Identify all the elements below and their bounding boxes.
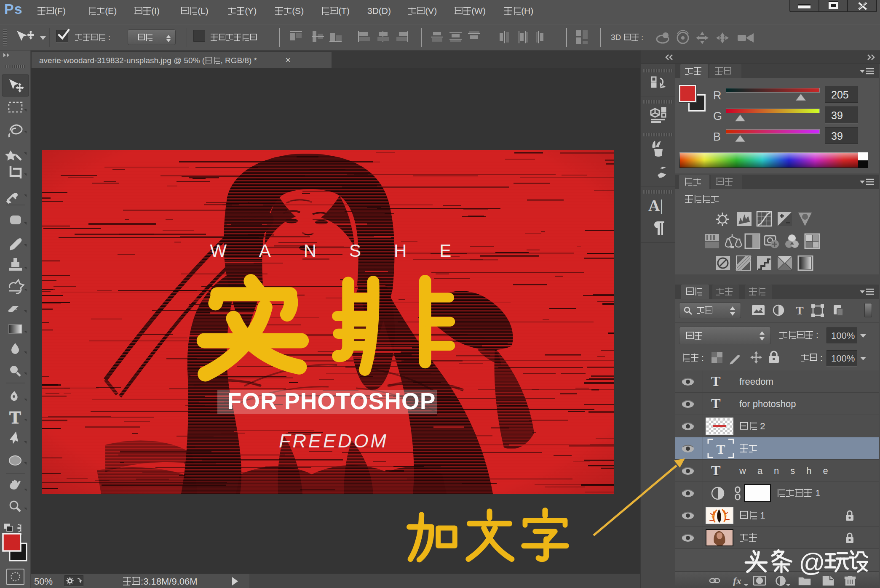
svg-text:FREEDOM: FREEDOM <box>279 430 388 452</box>
svg-text:T: T <box>716 442 725 457</box>
svg-text:FOR PHOTOSHOP: FOR PHOTOSHOP <box>227 388 436 414</box>
svg-text:T: T <box>9 408 21 427</box>
svg-text:fx: fx <box>733 576 741 586</box>
svg-text:T: T <box>796 304 804 317</box>
svg-text:WANSHE: WANSHE <box>210 241 484 261</box>
